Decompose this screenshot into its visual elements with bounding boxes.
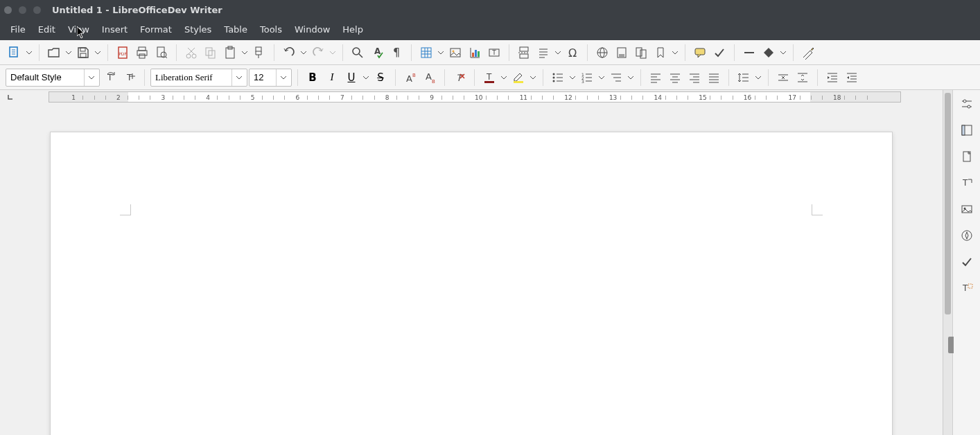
sidebar-properties-button[interactable]	[957, 121, 977, 140]
open-button[interactable]	[45, 44, 63, 62]
superscript-button[interactable]: AB	[401, 69, 419, 87]
bold-button[interactable]: B	[304, 69, 322, 87]
font-size-input[interactable]	[250, 72, 276, 82]
strikethrough-button[interactable]: S	[371, 69, 390, 87]
paragraph-style-combo[interactable]	[6, 69, 100, 87]
decrease-indent-button[interactable]	[843, 69, 861, 87]
outline-list-button[interactable]	[607, 69, 625, 87]
sidebar-page-button[interactable]	[957, 147, 977, 166]
line-spacing-button[interactable]	[735, 69, 753, 87]
undo-dropdown[interactable]	[299, 44, 308, 62]
underline-dropdown[interactable]	[362, 69, 370, 87]
align-center-button[interactable]	[666, 69, 684, 87]
menu-styles[interactable]: Styles	[178, 19, 218, 40]
font-size-combo[interactable]	[249, 69, 292, 87]
font-color-dropdown[interactable]	[500, 69, 508, 87]
insert-table-dropdown[interactable]	[437, 44, 445, 62]
menu-edit[interactable]: Edit	[32, 19, 62, 40]
track-changes-button[interactable]	[710, 44, 728, 62]
insert-table-button[interactable]	[417, 44, 435, 62]
clear-formatting-button[interactable]: T	[450, 69, 469, 87]
italic-button[interactable]: I	[323, 69, 341, 87]
export-pdf-button[interactable]: PDF	[114, 44, 132, 62]
font-size-dropdown[interactable]	[276, 69, 290, 86]
insert-footnote-button[interactable]	[613, 44, 631, 62]
increase-indent-button[interactable]	[823, 69, 841, 87]
insert-chart-button[interactable]	[466, 44, 484, 62]
insert-line-button[interactable]	[740, 44, 758, 62]
menu-format[interactable]: Format	[134, 19, 178, 40]
insert-field-dropdown[interactable]	[554, 44, 562, 62]
undo-button[interactable]	[280, 44, 298, 62]
bullet-list-button[interactable]	[549, 69, 567, 87]
sidebar-gallery-button[interactable]	[957, 199, 977, 219]
highlight-color-dropdown[interactable]	[529, 69, 537, 87]
page-break-button[interactable]	[515, 44, 533, 62]
menu-tools[interactable]: Tools	[254, 19, 288, 40]
numbered-list-dropdown[interactable]	[597, 69, 606, 87]
paragraph-style-dropdown[interactable]	[84, 69, 98, 86]
menu-help[interactable]: Help	[336, 19, 369, 40]
copy-button[interactable]	[202, 44, 220, 62]
sidebar-toggle-handle[interactable]	[948, 337, 954, 353]
menu-window[interactable]: Window	[288, 19, 336, 40]
paste-dropdown[interactable]	[240, 44, 249, 62]
decrease-spacing-button[interactable]	[794, 69, 812, 87]
underline-button[interactable]: U	[342, 69, 360, 87]
sidebar-accept-changes-button[interactable]	[957, 252, 977, 272]
line-spacing-dropdown[interactable]	[754, 69, 762, 87]
insert-textbox-button[interactable]: T	[485, 44, 503, 62]
cut-button[interactable]	[182, 44, 200, 62]
horizontal-ruler[interactable]: 123456789101112131415161718	[49, 91, 901, 103]
subscript-button[interactable]: AB	[421, 69, 439, 87]
sidebar-styles-button[interactable]: T	[957, 173, 977, 193]
open-dropdown[interactable]	[64, 44, 73, 62]
font-name-input[interactable]	[151, 72, 231, 83]
update-style-button[interactable]: T	[101, 69, 119, 87]
tab-stop-icon[interactable]	[7, 94, 14, 100]
formatting-marks-button[interactable]: ¶	[387, 44, 405, 62]
font-name-dropdown[interactable]	[231, 69, 245, 86]
find-replace-button[interactable]	[349, 44, 367, 62]
new-document-button[interactable]	[6, 44, 24, 62]
print-preview-button[interactable]	[152, 44, 170, 62]
vertical-scrollbar[interactable]	[943, 90, 952, 435]
insert-field-button[interactable]	[534, 44, 552, 62]
basic-shapes-dropdown[interactable]	[779, 44, 787, 62]
insert-special-char-button[interactable]: Ω	[563, 44, 581, 62]
window-close-button[interactable]	[4, 6, 12, 14]
paste-button[interactable]	[221, 44, 239, 62]
insert-endnote-button[interactable]	[632, 44, 650, 62]
menu-file[interactable]: File	[4, 19, 32, 40]
new-style-button[interactable]: T	[121, 69, 139, 87]
outline-list-dropdown[interactable]	[627, 69, 635, 87]
insert-reference-dropdown[interactable]	[671, 44, 679, 62]
increase-spacing-button[interactable]	[774, 69, 792, 87]
menu-table[interactable]: Table	[218, 19, 254, 40]
numbered-list-button[interactable]: 123	[578, 69, 596, 87]
sidebar-settings-button[interactable]	[957, 94, 977, 114]
paragraph-style-input[interactable]	[6, 72, 84, 82]
draw-functions-button[interactable]	[799, 44, 817, 62]
insert-hyperlink-button[interactable]	[593, 44, 611, 62]
save-dropdown[interactable]	[94, 44, 102, 62]
new-document-dropdown[interactable]	[25, 44, 33, 62]
clone-formatting-button[interactable]	[250, 44, 268, 62]
window-maximize-button[interactable]	[33, 6, 41, 14]
scrollbar-thumb[interactable]	[945, 93, 951, 314]
insert-bookmark-button[interactable]	[651, 44, 670, 62]
align-left-button[interactable]	[647, 69, 665, 87]
redo-button[interactable]	[309, 44, 327, 62]
document-page[interactable]	[50, 132, 893, 435]
basic-shapes-button[interactable]	[760, 44, 778, 62]
bullet-list-dropdown[interactable]	[568, 69, 577, 87]
page-scroll-area[interactable]	[0, 104, 943, 435]
align-right-button[interactable]	[685, 69, 703, 87]
font-name-combo[interactable]	[150, 69, 247, 87]
sidebar-manage-changes-button[interactable]: T	[957, 278, 977, 298]
font-color-button[interactable]: T	[480, 69, 498, 87]
insert-comment-button[interactable]	[691, 44, 709, 62]
menu-insert[interactable]: Insert	[96, 19, 134, 40]
sidebar-navigator-button[interactable]	[957, 226, 977, 245]
insert-image-button[interactable]	[446, 44, 464, 62]
